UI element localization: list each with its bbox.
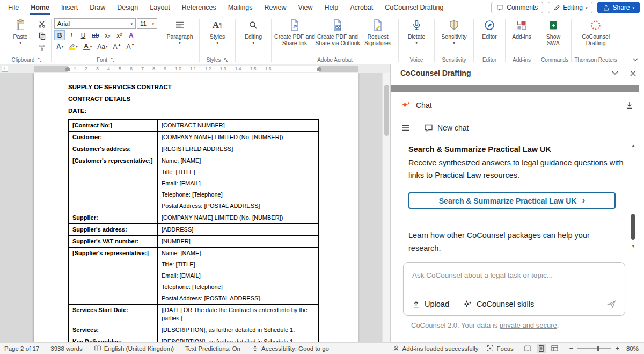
print-layout-button[interactable]: [537, 344, 546, 353]
dictate-button[interactable]: Dictate ▾: [401, 16, 431, 45]
ribbon-collapse-button[interactable]: [632, 57, 639, 62]
table-row-value[interactable]: [REGISTERED ADDRESS]: [158, 143, 319, 155]
request-signatures-button[interactable]: Request Signatures: [360, 16, 396, 47]
editing-mode-button[interactable]: Editing ▾: [548, 2, 592, 13]
chat-input[interactable]: [408, 267, 620, 284]
create-pdf-share-outlook-button[interactable]: Create PDF and Share via Outlook: [315, 16, 360, 47]
read-mode-button[interactable]: [523, 344, 533, 353]
doc-date-label[interactable]: DATE:: [68, 107, 358, 114]
table-row-value[interactable]: [COMPANY NAME] LIMITED (No. [NUMBER]): [158, 132, 319, 143]
table-row-label[interactable]: [Supplier's representative:]: [69, 248, 158, 305]
font-name-select[interactable]: Arial ▾: [54, 18, 136, 29]
zoom-in-button[interactable]: +: [615, 344, 619, 352]
cocounsel-drafting-button[interactable]: CoCounsel Drafting: [574, 16, 617, 47]
shrink-font-button[interactable]: A▼: [124, 41, 136, 52]
change-case-button[interactable]: Aa ▾: [95, 41, 109, 52]
new-chat-button[interactable]: New chat: [424, 124, 469, 132]
table-row-value[interactable]: Name: [NAME]Title: [TITLE]Email: [EMAIL]…: [158, 155, 319, 212]
table-row-value[interactable]: [ADDRESS]: [158, 224, 319, 236]
focus-button[interactable]: Focus: [487, 345, 513, 352]
superscript-button[interactable]: x²: [114, 30, 125, 40]
share-button[interactable]: Share ▾: [597, 2, 640, 13]
menu-tab[interactable]: References: [176, 0, 222, 15]
privacy-link[interactable]: private and secure: [500, 321, 557, 329]
comments-button[interactable]: Comments: [491, 2, 543, 13]
menu-toggle-button[interactable]: [401, 124, 410, 132]
table-row-label[interactable]: Customer:: [69, 132, 158, 143]
grow-font-button[interactable]: A▲: [111, 41, 123, 52]
menu-tab[interactable]: Layout: [144, 0, 176, 15]
table-row-value[interactable]: [[DATE] OR The date the Contract is ente…: [158, 305, 319, 324]
web-layout-button[interactable]: [550, 344, 560, 353]
font-size-select[interactable]: 11 ▾: [137, 18, 157, 29]
contract-table[interactable]: [Contract No:] [CONTRACT NUMBER] Custome…: [68, 119, 319, 342]
table-row-label[interactable]: [Contract No:]: [69, 120, 158, 132]
addins-button[interactable]: Add-ins: [508, 16, 535, 40]
zoom-level[interactable]: 80%: [624, 345, 639, 352]
document-scrollbar-thumb[interactable]: [384, 85, 389, 136]
editor-button[interactable]: Editor: [477, 16, 502, 40]
menu-tab[interactable]: Design: [111, 0, 144, 15]
menu-tab[interactable]: Review: [259, 0, 292, 15]
zoom-out-button[interactable]: −: [569, 344, 574, 352]
bold-button[interactable]: B: [54, 30, 65, 40]
text-effects-button[interactable]: A ▾: [54, 41, 65, 52]
word-count[interactable]: 3938 words: [50, 345, 82, 352]
text-predictions[interactable]: Text Predictions: On: [185, 345, 240, 352]
menu-tab[interactable]: Draw: [84, 0, 111, 15]
panel-scroll-down[interactable]: ▼: [631, 244, 635, 249]
table-row-value[interactable]: [COMPANY NAME] LIMITED (No. [NUMBER]): [158, 212, 319, 224]
table-row-label[interactable]: [Customer's representative:]: [69, 155, 158, 212]
tab-selector[interactable]: L: [2, 66, 8, 72]
upload-button[interactable]: Upload: [412, 300, 449, 308]
table-row-label[interactable]: Customer's address:: [69, 143, 158, 155]
send-button[interactable]: [607, 300, 616, 308]
font-group-label[interactable]: Font: [54, 55, 157, 64]
panel-collapse-icon[interactable]: [611, 70, 619, 76]
table-row-value[interactable]: [NUMBER]: [158, 236, 319, 248]
clipboard-group-label[interactable]: Clipboard: [5, 55, 48, 64]
table-row-label[interactable]: Key Deliverables:: [69, 336, 158, 343]
paste-button[interactable]: Paste ▾: [5, 16, 35, 45]
table-row-label[interactable]: Services Start Date:: [69, 305, 158, 324]
menu-tab[interactable]: Help: [318, 0, 344, 15]
table-row-label[interactable]: Services:: [69, 324, 158, 336]
page-indicator[interactable]: Page 2 of 17: [4, 345, 39, 352]
table-row-value[interactable]: Name: [NAME]Title: [TITLE]Email: [EMAIL]…: [158, 248, 319, 305]
zoom-slider[interactable]: [577, 348, 611, 349]
italic-button[interactable]: I: [66, 30, 77, 40]
document-scrollbar[interactable]: [382, 73, 390, 342]
editing-button[interactable]: Editing ▾: [238, 16, 268, 45]
sensitivity-button[interactable]: Sensitivity ▾: [437, 16, 471, 45]
create-pdf-share-link-button[interactable]: Create PDF and Share link: [274, 16, 315, 47]
highlight-color-button[interactable]: ▾: [67, 41, 80, 52]
cut-button[interactable]: [35, 19, 48, 30]
copy-button[interactable]: [35, 31, 48, 41]
table-row-value[interactable]: [DESCRIPTION], as further detailed in Sc…: [158, 336, 319, 343]
document-area[interactable]: SUPPLY OF SERVICES CONTRACT CONTRACT DET…: [0, 73, 390, 342]
table-row-value[interactable]: [DESCRIPTION], as further detailed in Sc…: [158, 324, 319, 336]
language-indicator[interactable]: English (United Kingdom): [94, 345, 174, 352]
menu-tab[interactable]: Mailings: [222, 0, 259, 15]
paragraph-button[interactable]: Paragraph ▾: [163, 16, 196, 45]
menu-tab[interactable]: Home: [25, 0, 55, 15]
clear-formatting-button[interactable]: A: [126, 30, 136, 40]
styles-button[interactable]: A¶ Styles ▾: [202, 16, 232, 45]
accessibility-status[interactable]: Accessibility: Good to go: [252, 345, 329, 352]
show-swa-button[interactable]: Show SWA: [541, 16, 566, 47]
styles-group-label[interactable]: Styles: [202, 55, 232, 64]
addins-status[interactable]: Add-ins loaded successfully: [392, 345, 479, 352]
font-color-button[interactable]: A ▾: [81, 41, 94, 52]
table-row-value[interactable]: [CONTRACT NUMBER]: [158, 120, 319, 132]
menu-tab[interactable]: CoCounsel Drafting: [379, 0, 449, 15]
panel-close-icon[interactable]: [630, 70, 636, 77]
strikethrough-button[interactable]: ab: [90, 30, 101, 40]
subscript-button[interactable]: x₂: [102, 30, 113, 40]
underline-button[interactable]: U: [78, 30, 89, 40]
zoom-slider-thumb[interactable]: [597, 346, 599, 351]
format-painter-button[interactable]: [35, 42, 48, 53]
document-page[interactable]: SUPPLY OF SERVICES CONTRACT CONTRACT DET…: [34, 73, 358, 342]
table-row-label[interactable]: Supplier's address:: [69, 224, 158, 236]
table-row-label[interactable]: Supplier's VAT number:: [69, 236, 158, 248]
doc-subtitle[interactable]: CONTRACT DETAILS: [68, 96, 358, 102]
